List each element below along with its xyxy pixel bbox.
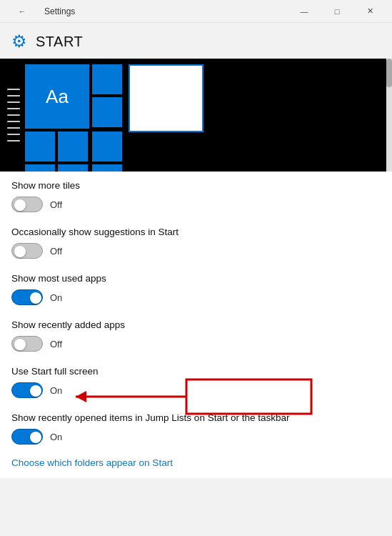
setting-show-most-used-value: On xyxy=(50,292,62,303)
start-preview: Aa xyxy=(0,59,392,172)
setting-show-recently-added: Show recently added apps Off xyxy=(11,311,381,357)
tile-s2 xyxy=(58,131,88,162)
page-title: START xyxy=(36,34,83,50)
taskbar-lines xyxy=(7,59,20,172)
taskbar-line-8 xyxy=(7,134,20,135)
toggle-show-recently-opened[interactable] xyxy=(11,429,43,445)
settings-gear-icon: ⚙ xyxy=(11,31,27,51)
title-bar-left: ← Settings xyxy=(6,0,75,23)
toggle-use-start-full-screen-thumb xyxy=(30,385,41,397)
back-button[interactable]: ← xyxy=(6,0,39,23)
toggle-use-start-full-screen[interactable] xyxy=(11,382,43,398)
setting-use-start-full-screen-label: Use Start full screen xyxy=(11,366,381,377)
setting-show-more-tiles-row: Off xyxy=(11,197,381,212)
setting-show-recently-opened: Show recently opened items in Jump Lists… xyxy=(11,404,381,450)
setting-show-more-tiles: Show more tiles Off xyxy=(11,172,381,218)
toggle-show-recently-opened-thumb xyxy=(30,432,41,443)
toggle-show-more-tiles-thumb xyxy=(14,199,26,211)
tile-r2 xyxy=(92,97,122,127)
toggle-use-start-full-screen-track xyxy=(11,382,43,398)
scrollbar[interactable] xyxy=(386,59,392,172)
taskbar-line-4 xyxy=(7,108,20,109)
toggle-show-recently-added-thumb xyxy=(14,339,26,350)
taskbar-line-1 xyxy=(7,89,20,90)
toggle-show-recently-opened-track xyxy=(11,429,43,445)
maximize-button[interactable]: □ xyxy=(321,0,353,23)
toggle-show-suggestions-track xyxy=(11,243,43,259)
preview-white-panel xyxy=(129,64,203,132)
title-bar-title: Settings xyxy=(44,6,75,16)
setting-show-recently-opened-label: Show recently opened items in Jump Lists… xyxy=(11,412,381,423)
setting-use-start-full-screen-row: On xyxy=(11,382,381,398)
setting-show-suggestions: Occasionally show suggestions in Start O… xyxy=(11,218,381,264)
tile-s4 xyxy=(58,164,88,172)
setting-show-most-used-row: On xyxy=(11,289,381,305)
setting-show-most-used: Show most used apps On xyxy=(11,264,381,311)
choose-folders-link[interactable]: Choose which folders appear on Start xyxy=(11,450,381,478)
page-header: ⚙ START xyxy=(0,23,392,59)
toggle-show-most-used[interactable] xyxy=(11,289,43,305)
setting-show-recently-opened-row: On xyxy=(11,429,381,445)
setting-show-suggestions-value: Off xyxy=(50,246,62,257)
setting-show-recently-opened-value: On xyxy=(50,432,62,442)
setting-show-suggestions-label: Occasionally show suggestions in Start xyxy=(11,227,381,237)
taskbar-line-5 xyxy=(7,114,20,116)
tile-aa: Aa xyxy=(25,64,89,129)
minimize-button[interactable]: — xyxy=(288,0,321,23)
toggle-show-most-used-thumb xyxy=(30,292,41,304)
setting-show-recently-added-value: Off xyxy=(50,339,62,349)
title-bar-controls: — □ ✕ xyxy=(288,0,386,23)
setting-show-most-used-label: Show most used apps xyxy=(11,273,381,284)
setting-use-start-full-screen: Use Start full screen On xyxy=(11,357,381,404)
taskbar-line-3 xyxy=(7,101,20,103)
setting-use-start-full-screen-value: On xyxy=(50,385,62,396)
toggle-show-most-used-track xyxy=(11,289,43,305)
taskbar-line-7 xyxy=(7,127,20,129)
settings-content: Show more tiles Off Occasionally show su… xyxy=(0,172,392,478)
scrollbar-thumb[interactable] xyxy=(386,59,392,87)
tile-s1 xyxy=(25,131,55,162)
title-bar: ← Settings — □ ✕ xyxy=(0,0,392,23)
toggle-show-recently-added-track xyxy=(11,336,43,352)
toggle-show-more-tiles-track xyxy=(11,197,43,212)
tile-r1 xyxy=(92,64,122,94)
tile-r4 xyxy=(92,164,122,172)
close-button[interactable]: ✕ xyxy=(353,0,386,23)
setting-show-recently-added-label: Show recently added apps xyxy=(11,319,381,330)
toggle-show-recently-added[interactable] xyxy=(11,336,43,352)
taskbar-line-9 xyxy=(7,140,20,142)
toggle-show-more-tiles[interactable] xyxy=(11,197,43,212)
setting-show-more-tiles-label: Show more tiles xyxy=(11,180,381,191)
setting-show-suggestions-row: Off xyxy=(11,243,381,259)
taskbar-line-2 xyxy=(7,95,20,96)
setting-show-recently-added-row: Off xyxy=(11,336,381,352)
tile-s3 xyxy=(25,164,55,172)
toggle-show-suggestions-thumb xyxy=(14,246,26,257)
tile-r3 xyxy=(92,131,122,162)
taskbar-line-6 xyxy=(7,121,20,122)
preview-tiles: Aa xyxy=(25,64,121,164)
toggle-show-suggestions[interactable] xyxy=(11,243,43,259)
setting-show-more-tiles-value: Off xyxy=(50,199,62,210)
